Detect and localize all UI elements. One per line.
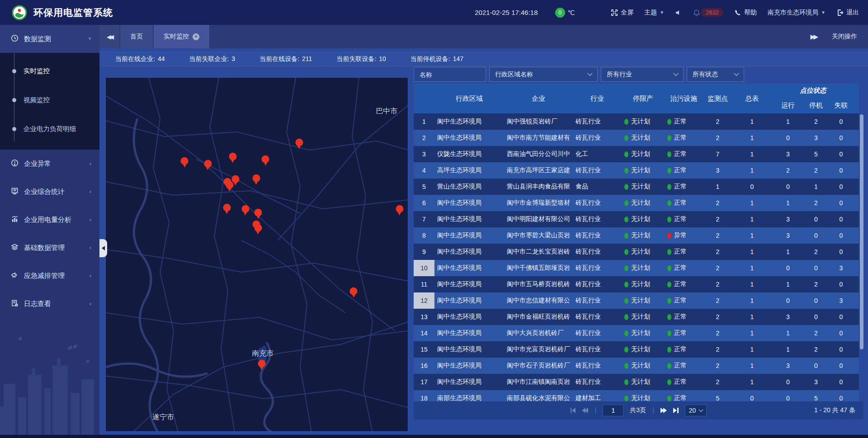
cell-index: 7	[414, 211, 434, 227]
close-icon[interactable]: ✕	[193, 33, 199, 40]
table-row[interactable]: 4高坪生态环境局南充市高坪区王家店建砖瓦行业无计划正常31220	[414, 162, 859, 179]
submenu-item[interactable]: 视频监控	[0, 85, 99, 114]
page-number-input[interactable]	[603, 405, 623, 416]
map-pin-icon[interactable]	[229, 153, 237, 160]
map-pin-icon[interactable]	[226, 181, 233, 188]
map-panel[interactable]: 巴中市南充市遂宁市	[105, 77, 408, 432]
table-row[interactable]: 13阆中生态环境局阆中市金福旺页岩机砖砖瓦行业无计划正常21300	[414, 309, 859, 325]
phone-icon	[734, 9, 741, 16]
page-size-select[interactable]: 20	[685, 405, 707, 416]
sidebar-item-megaphone[interactable]: 应急减排管理‹	[0, 262, 99, 290]
name-filter[interactable]	[414, 67, 486, 82]
map-pin-icon[interactable]	[204, 160, 212, 167]
status-filter-select[interactable]: 所有状态	[687, 67, 744, 82]
cell-points: 7	[703, 146, 732, 162]
table-row[interactable]: 1阆中生态环境局阆中强锐页岩砖厂砖瓦行业无计划正常21120	[414, 113, 859, 130]
table-row[interactable]: 15阆中生态环境局阆中市光富页岩机砖厂砖瓦行业无计划正常21120	[414, 341, 859, 358]
theme-menu[interactable]: 主题▼	[644, 9, 664, 17]
tab-realtime-monitor[interactable]: 实时监控 ✕	[154, 25, 209, 48]
map-pin-icon[interactable]	[295, 139, 303, 146]
sidebar-item-log[interactable]: 日志查看‹	[0, 290, 99, 318]
submenu-item-label: 视频监控	[24, 96, 50, 104]
table-row[interactable]: 7阆中生态环境局阆中明阳建材有限公司砖瓦行业无计划正常21300	[414, 211, 859, 227]
cell-lost: 0	[828, 146, 854, 162]
table-row[interactable]: 2阆中生态环境局阆中市南方节能建材有砖瓦行业无计划正常21030	[414, 130, 859, 146]
table-row[interactable]: 11阆中生态环境局阆中市五马桥页岩机砖砖瓦行业无计划正常21120	[414, 276, 859, 292]
cell-stop: 2	[804, 276, 828, 292]
tabs-scroll-left-button[interactable]: ◀◀	[99, 25, 119, 48]
cell-industry: 砖瓦行业	[573, 325, 622, 341]
table-row[interactable]: 10阆中生态环境局阆中千佛镇五郎垭页岩砖瓦行业无计划正常21003	[414, 260, 859, 276]
cell-region: 阆中生态环境局	[434, 276, 504, 292]
table-row[interactable]: 17阆中生态环境局阆中市江南镇阆南页岩砖瓦行业无计划正常21030	[414, 374, 859, 390]
map-pin-icon[interactable]	[181, 157, 189, 165]
prev-page-button[interactable]	[582, 408, 588, 413]
volume-button[interactable]	[675, 9, 682, 16]
cell-limit: 无计划	[622, 211, 665, 227]
status-dot-green	[624, 330, 628, 336]
submenu-item[interactable]: 实时监控	[0, 57, 99, 85]
map-pin-icon[interactable]	[396, 205, 403, 212]
last-page-button[interactable]	[673, 408, 679, 413]
cell-index: 5	[414, 179, 434, 195]
org-menu[interactable]: 南充市生态环境局▼	[768, 9, 826, 17]
submenu-item[interactable]: 企业电力负荷明细	[0, 114, 99, 143]
map-pin-icon[interactable]	[255, 208, 262, 216]
sidebar-item-chart[interactable]: 企业用电量分析‹	[0, 206, 99, 234]
first-page-button[interactable]	[571, 408, 576, 413]
sidebar-item-alert[interactable]: 企业异常‹	[0, 150, 99, 178]
sidebar-collapse-handle[interactable]	[99, 239, 107, 257]
table-row[interactable]: 18南部生态环境局南部县砚化水泥有限公建材加工无计划正常50050	[414, 390, 859, 401]
name-filter-input[interactable]	[420, 71, 480, 78]
table-row[interactable]: 3仪陇生态环境局西南油气田分公司川中化工无计划正常71350	[414, 146, 859, 162]
cell-region: 阆中生态环境局	[434, 211, 504, 227]
industry-filter-select[interactable]: 所有行业	[601, 67, 684, 82]
table-row[interactable]: 12阆中生态环境局阆中市忠信建材有限公砖瓦行业无计划正常21003	[414, 292, 859, 309]
cell-lost: 0	[828, 179, 854, 195]
table-row[interactable]: 6阆中生态环境局阆中市金博瑞新型墙材砖瓦行业无计划正常21120	[414, 195, 859, 211]
cell-limit: 无计划	[622, 113, 665, 130]
help-button[interactable]: 帮助	[734, 9, 757, 17]
table-body: 1阆中生态环境局阆中强锐页岩砖厂砖瓦行业无计划正常211202阆中生态环境局阆中…	[414, 113, 859, 401]
region-filter-select[interactable]: 行政区域名称	[489, 67, 598, 82]
table-scrollbar[interactable]	[860, 114, 863, 349]
cell-region: 阆中生态环境局	[434, 292, 504, 309]
map-pin-icon[interactable]	[241, 205, 249, 212]
status-dot-green	[667, 298, 671, 304]
cell-lost: 0	[828, 244, 854, 260]
alert-icon	[11, 159, 19, 168]
map-pin-icon[interactable]	[254, 224, 262, 232]
map-pin-icon[interactable]	[223, 204, 231, 212]
tab-home[interactable]: 首页	[120, 25, 153, 48]
map-pin-icon[interactable]	[350, 287, 358, 295]
cell-index: 6	[414, 195, 434, 211]
sidebar-item-stats[interactable]: 企业综合统计‹	[0, 178, 99, 206]
close-operations-button[interactable]: 关闭操作	[832, 33, 857, 41]
cell-index: 10	[414, 260, 434, 276]
tabs-scroll-right-button[interactable]: ▶▶	[810, 33, 816, 40]
map-pin-icon[interactable]	[262, 155, 269, 163]
next-page-button[interactable]	[660, 408, 667, 413]
sidebar-item-layers[interactable]: 基础数据管理‹	[0, 234, 99, 262]
cell-index: 4	[414, 162, 434, 179]
logout-button[interactable]: 退出	[836, 9, 859, 17]
cell-meter: 1	[732, 374, 772, 390]
cell-index: 11	[414, 276, 434, 292]
map-pin-icon[interactable]	[258, 360, 265, 367]
cell-region: 高坪生态环境局	[434, 162, 504, 179]
cell-lost: 0	[828, 276, 854, 292]
table-row[interactable]: 9阆中生态环境局阆中市二龙长宝页岩砖砖瓦行业无计划正常21120	[414, 244, 859, 260]
table-row[interactable]: 5营山生态环境局营山县润丰肉食品有限食品无计划正常10010	[414, 179, 859, 195]
cell-facility: 正常	[665, 341, 703, 358]
cell-region: 阆中生态环境局	[434, 325, 504, 341]
cell-industry: 砖瓦行业	[573, 195, 622, 211]
map-pin-icon[interactable]	[252, 174, 260, 182]
cell-industry: 砖瓦行业	[573, 374, 622, 390]
sidebar-item-monitor[interactable]: 数据监测˅	[0, 25, 99, 53]
table-row[interactable]: 8阆中生态环境局阆中市枣碧大梁山页岩砖瓦行业无计划异常21300	[414, 227, 859, 244]
table-row[interactable]: 14阆中生态环境局阆中大兴页岩机砖厂砖瓦行业无计划正常21120	[414, 325, 859, 341]
fullscreen-button[interactable]: 全屏	[611, 9, 633, 17]
notifications[interactable]: 2632	[693, 8, 723, 17]
table-row[interactable]: 16阆中生态环境局阆中市石子页岩机砖厂砖瓦行业无计划正常21300	[414, 358, 859, 374]
map-pin-icon[interactable]	[231, 175, 239, 183]
